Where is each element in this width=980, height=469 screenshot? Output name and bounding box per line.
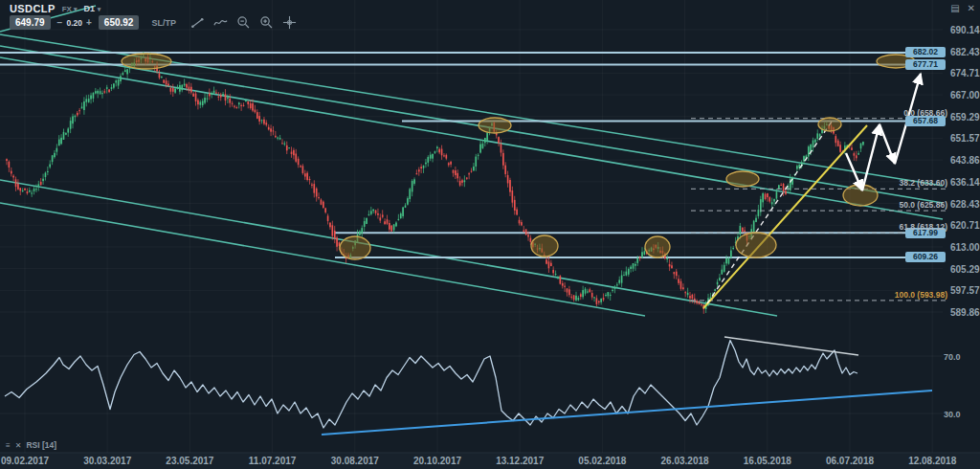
price-level-tag[interactable]: 682.02 xyxy=(905,47,946,57)
fib-level-label: 50.0 (625.86) xyxy=(899,200,947,210)
close-icon[interactable]: ✕ xyxy=(968,3,975,14)
indicator-close-icon[interactable]: ✕ xyxy=(15,441,22,450)
date-label: 06.07.2018 xyxy=(826,456,874,466)
price-level-tag[interactable]: 677.71 xyxy=(905,59,946,70)
date-label: 26.03.2018 xyxy=(661,456,709,466)
price-axis-label: 636.14 xyxy=(950,177,980,188)
timeframe-selector[interactable]: D1 ▾ xyxy=(84,4,101,13)
panel-icon[interactable]: ▤ xyxy=(950,3,959,14)
date-label: 13.12.2017 xyxy=(496,456,544,466)
price-axis-label: 613.00 xyxy=(950,242,980,253)
date-label: 12.08.2018 xyxy=(908,456,956,466)
rsi-axis-label: 70.0 xyxy=(944,352,961,362)
price-axis-label: 589.86 xyxy=(950,307,980,318)
fib-level-label: 61.8 (618.12) xyxy=(899,222,947,232)
price-axis-label: 628.43 xyxy=(950,199,980,210)
trading-platform-window: { "window": {"panel_icon": "▤", "close_i… xyxy=(0,0,980,469)
candle xyxy=(753,220,755,234)
trendline-tool-icon[interactable] xyxy=(190,15,205,30)
fib-level-label: 0.0 (658.66) xyxy=(903,108,947,118)
zoom-out-icon[interactable] xyxy=(236,15,251,30)
date-label: 11.07.2017 xyxy=(249,456,297,466)
date-label: 05.02.2018 xyxy=(578,456,626,466)
chevron-down-icon: ▾ xyxy=(74,6,78,12)
market-selector[interactable]: FX ▾ xyxy=(62,5,78,13)
date-label: 30.03.2017 xyxy=(83,456,131,466)
rsi-axis-label: 30.0 xyxy=(944,410,961,419)
price-axis-label: 690.14 xyxy=(950,25,980,35)
price-axis-label: 597.57 xyxy=(950,285,980,296)
candle xyxy=(560,275,562,284)
increase-volume-button[interactable]: + xyxy=(86,17,92,28)
price-axis-label: 643.86 xyxy=(950,155,980,166)
date-label: 23.05.2017 xyxy=(166,456,213,466)
window-controls: ▤ ✕ xyxy=(950,3,975,14)
price-axis-label: 682.43 xyxy=(950,47,980,57)
candle xyxy=(390,225,392,232)
indicators-icon[interactable] xyxy=(213,15,228,30)
indicator-menu-icon[interactable]: ≡ xyxy=(6,441,11,450)
crosshair-tool-icon[interactable] xyxy=(282,15,297,30)
zoom-in-icon[interactable] xyxy=(259,15,274,30)
date-label: 20.10.2017 xyxy=(413,456,461,466)
price-level-tag[interactable]: 657.68 xyxy=(905,116,946,126)
symbol-toolbar: USDCLP FX ▾ D1 ▾ xyxy=(10,3,100,14)
date-label: 30.08.2017 xyxy=(331,456,379,466)
candle xyxy=(323,200,324,209)
rsi-indicator-legend: ≡ ✕ RSI [14] xyxy=(6,440,56,450)
spread-value: 0.20 xyxy=(66,18,82,28)
decrease-volume-button[interactable]: − xyxy=(57,17,63,28)
chart-tools xyxy=(190,15,297,30)
price-axis-label: 620.71 xyxy=(950,220,980,231)
chart-canvas[interactable] xyxy=(0,0,980,469)
price-level-tag[interactable]: 609.26 xyxy=(905,252,946,262)
price-axis-label: 674.71 xyxy=(950,68,980,78)
date-label: 16.05.2018 xyxy=(744,456,791,466)
candle xyxy=(366,217,368,224)
fib-level-label: 100.0 (593.98) xyxy=(895,290,947,300)
indicator-name: RSI [14] xyxy=(26,440,56,450)
price-axis-label: 659.29 xyxy=(950,112,980,123)
price-axis-label: 651.57 xyxy=(950,133,980,144)
sell-button[interactable]: 649.79 xyxy=(10,15,51,30)
price-axis-label: 667.00 xyxy=(950,90,980,100)
date-label: 09.02.2017 xyxy=(1,456,49,466)
fib-level-label: 38.2 (633.60) xyxy=(899,178,947,188)
chevron-down-icon: ▾ xyxy=(98,6,101,12)
price-axis-label: 605.29 xyxy=(950,264,980,275)
candle xyxy=(525,229,527,235)
buy-button[interactable]: 650.92 xyxy=(99,15,140,30)
order-toolbar: 649.79 − 0.20 + 650.92 SL/TP xyxy=(10,15,297,30)
sltp-button[interactable]: SL/TP xyxy=(151,18,176,28)
symbol-label: USDCLP xyxy=(10,3,56,14)
